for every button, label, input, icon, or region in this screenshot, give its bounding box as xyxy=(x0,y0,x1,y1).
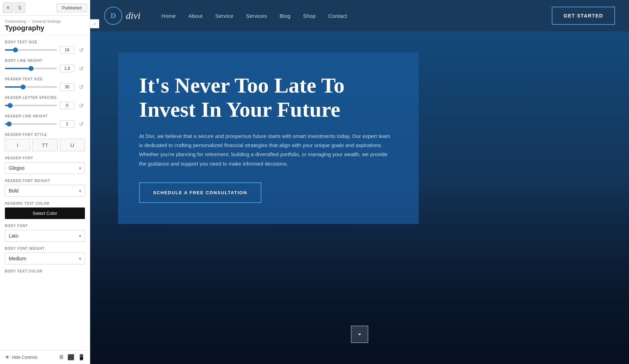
scroll-down-button[interactable] xyxy=(351,326,368,343)
published-button[interactable]: Published xyxy=(57,3,87,12)
hero-card: It's Never Too Late To Invest In Your Fu… xyxy=(118,52,419,224)
breadcrumb-child: General Settings xyxy=(32,19,61,23)
header-font-group: HEADER FONT Glegoo xyxy=(5,156,85,174)
body-font-group: BODY FONT Lato xyxy=(5,224,85,242)
body-text-color-label: BODY TEXT COLOR xyxy=(5,269,85,273)
body-text-size-label: BODY TEXT SIZE xyxy=(5,40,85,44)
nav-link-home[interactable]: Home xyxy=(161,13,176,19)
hide-controls-label: Hide Controls xyxy=(12,355,37,360)
bold-tt-button[interactable]: TT xyxy=(32,139,57,151)
body-font-select-wrapper: Lato xyxy=(5,230,85,242)
header-text-size-input[interactable] xyxy=(60,83,74,91)
header-text-size-label: HEADER TEXT SIZE xyxy=(5,77,85,81)
body-text-size-reset[interactable]: ↺ xyxy=(77,46,85,54)
header-letter-spacing-group: HEADER LETTER SPACING ↺ xyxy=(5,96,85,109)
breadcrumb: Customizing › General Settings xyxy=(5,19,85,23)
sort-button[interactable]: ⇅ xyxy=(15,2,25,13)
select-color-button[interactable]: Select Color xyxy=(5,208,85,219)
header-font-weight-select-wrapper: Bold xyxy=(5,185,85,197)
body-font-weight-select-wrapper: Medium xyxy=(5,253,85,264)
body-text-size-row: ↺ xyxy=(5,46,85,54)
body-font-weight-group: BODY FONT WEIGHT Medium xyxy=(5,247,85,264)
top-bar: ✕ ⇅ Published xyxy=(0,0,90,16)
nav-link-blog[interactable]: Blog xyxy=(280,13,290,19)
header-line-height-label: HEADER LINE HEIGHT xyxy=(5,114,85,118)
nav-link-services[interactable]: Services xyxy=(246,13,267,19)
body-font-label: BODY FONT xyxy=(5,224,85,228)
nav-link-shop[interactable]: Shop xyxy=(303,13,316,19)
hide-controls-button[interactable]: 👁 Hide Controls xyxy=(5,355,37,360)
header-line-height-track[interactable] xyxy=(5,123,57,125)
header-text-size-row: ↺ xyxy=(5,83,85,91)
right-panel: D divi Home About Service Services Blog … xyxy=(90,0,629,364)
desktop-icon[interactable]: 🖥 xyxy=(58,354,64,361)
header-line-height-input[interactable] xyxy=(60,120,74,128)
body-text-size-input[interactable] xyxy=(60,46,74,54)
header-font-weight-select[interactable]: Bold xyxy=(5,185,85,197)
panel-back-arrow[interactable]: ‹ xyxy=(90,19,99,28)
controls-area: BODY TEXT SIZE ↺ BODY LINE HEIGHT ↺ xyxy=(0,35,90,350)
breadcrumb-parent[interactable]: Customizing xyxy=(5,19,26,23)
breadcrumb-separator: › xyxy=(29,19,30,23)
body-text-color-group: BODY TEXT COLOR xyxy=(5,269,85,273)
mobile-icon[interactable]: 📱 xyxy=(78,354,85,361)
nav-cta-button[interactable]: GET STARTED xyxy=(552,7,615,25)
header-letter-spacing-reset[interactable]: ↺ xyxy=(77,102,85,109)
body-line-height-group: BODY LINE HEIGHT ↺ xyxy=(5,59,85,72)
body-line-height-input[interactable] xyxy=(60,65,74,72)
nav-link-service[interactable]: Service xyxy=(215,13,233,19)
body-text-size-group: BODY TEXT SIZE ↺ xyxy=(5,40,85,54)
nav-links: Home About Service Services Blog Shop Co… xyxy=(161,13,552,19)
logo-circle: D xyxy=(104,7,122,25)
header-text-size-group: HEADER TEXT SIZE ↺ xyxy=(5,77,85,91)
body-line-height-row: ↺ xyxy=(5,65,85,72)
header-line-height-row: ↺ xyxy=(5,120,85,128)
hero-heading: It's Never Too Late To Invest In Your Fu… xyxy=(139,73,398,122)
logo-text: divi xyxy=(126,10,140,21)
italic-button[interactable]: I xyxy=(5,139,30,151)
body-line-height-reset[interactable]: ↺ xyxy=(77,65,85,72)
header-text-size-reset[interactable]: ↺ xyxy=(77,83,85,91)
header-letter-spacing-row: ↺ xyxy=(5,102,85,109)
site-logo: D divi xyxy=(104,7,140,25)
header-font-style-group: HEADER FONT STYLE I TT U xyxy=(5,133,85,151)
header-font-label: HEADER FONT xyxy=(5,156,85,160)
header-font-select-wrapper: Glegoo xyxy=(5,162,85,174)
body-line-height-label: BODY LINE HEIGHT xyxy=(5,59,85,63)
left-panel: ✕ ⇅ Published Customizing › General Sett… xyxy=(0,0,90,364)
breadcrumb-area: Customizing › General Settings Typograph… xyxy=(0,16,90,35)
body-font-weight-label: BODY FONT WEIGHT xyxy=(5,247,85,250)
body-font-weight-select[interactable]: Medium xyxy=(5,253,85,264)
header-line-height-group: HEADER LINE HEIGHT ↺ xyxy=(5,114,85,128)
header-line-height-reset[interactable]: ↺ xyxy=(77,120,85,128)
underline-button[interactable]: U xyxy=(60,139,85,151)
site-nav: D divi Home About Service Services Blog … xyxy=(90,0,629,31)
heading-text-color-group: HEADING TEXT COLOR Select Color xyxy=(5,202,85,219)
header-font-weight-group: HEADER FONT WEIGHT Bold xyxy=(5,179,85,197)
body-font-select[interactable]: Lato xyxy=(5,230,85,242)
header-letter-spacing-label: HEADER LETTER SPACING xyxy=(5,96,85,100)
hero-cta-button[interactable]: SCHEDULE A FREE CONSULTATION xyxy=(139,182,261,203)
nav-link-about[interactable]: About xyxy=(188,13,203,19)
hero-section: It's Never Too Late To Invest In Your Fu… xyxy=(90,31,629,364)
device-icons: 🖥 ⬛ 📱 xyxy=(58,354,85,361)
tablet-icon[interactable]: ⬛ xyxy=(67,354,74,361)
bottom-bar: 👁 Hide Controls 🖥 ⬛ 📱 xyxy=(0,350,90,364)
header-font-select[interactable]: Glegoo xyxy=(5,162,85,174)
header-font-style-label: HEADER FONT STYLE xyxy=(5,133,85,137)
chevron-down-icon xyxy=(356,330,363,338)
header-text-size-track[interactable] xyxy=(5,86,57,88)
body-text-size-track[interactable] xyxy=(5,49,57,51)
eye-icon: 👁 xyxy=(5,355,10,360)
header-letter-spacing-track[interactable] xyxy=(5,105,57,106)
header-font-style-row: I TT U xyxy=(5,139,85,151)
header-font-weight-label: HEADER FONT WEIGHT xyxy=(5,179,85,183)
heading-text-color-label: HEADING TEXT COLOR xyxy=(5,202,85,205)
hero-body: At Divi, we believe that a secure and pr… xyxy=(139,132,391,168)
nav-link-contact[interactable]: Contact xyxy=(328,13,347,19)
panel-title: Typography xyxy=(5,24,85,32)
header-letter-spacing-input[interactable] xyxy=(60,102,74,109)
close-button[interactable]: ✕ xyxy=(3,2,13,13)
body-line-height-track[interactable] xyxy=(5,68,57,69)
